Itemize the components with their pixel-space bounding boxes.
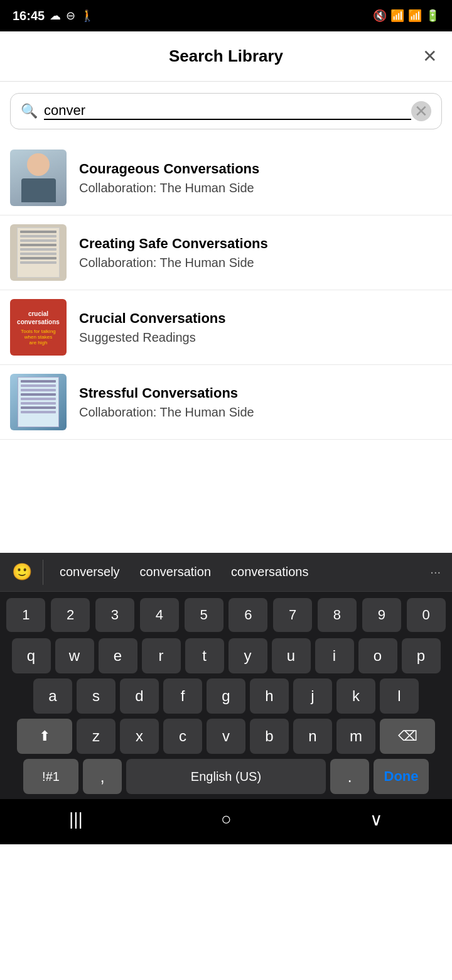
result-info-1: Courageous Conversations Collaboration: … (79, 161, 442, 195)
key-s[interactable]: s (77, 678, 116, 714)
result-info-2: Creating Safe Conversations Collaboratio… (79, 236, 442, 270)
key-g[interactable]: g (207, 678, 245, 714)
key-z[interactable]: z (77, 719, 116, 754)
key-c[interactable]: c (163, 719, 202, 754)
number-row: 1 2 3 4 5 6 7 8 9 0 (0, 592, 452, 636)
header: Search Library ✕ (0, 31, 452, 82)
key-4[interactable]: 4 (140, 598, 179, 632)
minus-circle-icon: ⊖ (66, 9, 75, 23)
search-container: 🔍 conver ✕ (0, 82, 452, 141)
key-i[interactable]: i (315, 638, 354, 673)
period-key[interactable]: . (330, 759, 369, 794)
status-left: 16:45 ☁ ⊖ 🚶 (13, 9, 94, 23)
key-t[interactable]: t (185, 638, 224, 673)
key-p[interactable]: p (402, 638, 441, 673)
key-j[interactable]: j (293, 678, 332, 714)
key-v[interactable]: v (207, 719, 245, 754)
result-thumb-2 (10, 224, 67, 281)
search-box[interactable]: 🔍 conver ✕ (10, 93, 442, 129)
key-b[interactable]: b (250, 719, 289, 754)
search-clear-button[interactable]: ✕ (411, 101, 431, 121)
key-5[interactable]: 5 (185, 598, 223, 632)
emoji-button[interactable]: 🙂 (6, 557, 38, 588)
result-item-2[interactable]: Creating Safe Conversations Collaboratio… (0, 215, 452, 290)
result-thumb-1 (10, 150, 67, 206)
letter-row-2: a s d f g h j k l (0, 676, 452, 716)
done-key[interactable]: Done (374, 759, 429, 794)
result-info-4: Stressful Conversations Collaboration: T… (79, 385, 442, 420)
status-time: 16:45 (13, 9, 45, 23)
result-title-3: Crucial Conversations (79, 310, 442, 327)
key-x[interactable]: x (120, 719, 159, 754)
key-6[interactable]: 6 (229, 598, 267, 632)
keyboard: 🙂 conversely conversation conversations … (0, 553, 452, 799)
battery-icon: 🔋 (426, 9, 439, 23)
key-k[interactable]: k (336, 678, 375, 714)
key-7[interactable]: 7 (273, 598, 312, 632)
back-nav-button[interactable]: ||| (54, 804, 98, 834)
search-input[interactable]: conver (44, 102, 411, 120)
nav-bar: ||| ○ ∨ (0, 799, 452, 844)
space-key[interactable]: English (US) (126, 759, 326, 794)
result-title-2: Creating Safe Conversations (79, 236, 442, 252)
key-9[interactable]: 9 (362, 598, 401, 632)
close-button[interactable]: ✕ (422, 48, 437, 65)
comma-key[interactable]: , (83, 759, 122, 794)
result-thumb-4 (10, 374, 67, 430)
key-u[interactable]: u (272, 638, 311, 673)
bottom-row: !#1 , English (US) . Done (0, 756, 452, 799)
key-0[interactable]: 0 (407, 598, 446, 632)
suggestion-conversely[interactable]: conversely (50, 560, 130, 584)
key-a[interactable]: a (33, 678, 72, 714)
key-3[interactable]: 3 (95, 598, 134, 632)
page-title: Search Library (169, 46, 283, 66)
key-q[interactable]: q (12, 638, 51, 673)
cloud-icon: ☁ (50, 9, 61, 23)
recents-nav-button[interactable]: ∨ (355, 804, 398, 835)
suggestion-conversations[interactable]: conversations (221, 560, 318, 584)
key-l[interactable]: l (380, 678, 419, 714)
key-y[interactable]: y (229, 638, 267, 673)
result-subtitle-3: Suggested Readings (79, 330, 442, 345)
wifi-icon: 📶 (390, 9, 404, 23)
key-m[interactable]: m (336, 719, 375, 754)
key-f[interactable]: f (163, 678, 202, 714)
special-row: ⬆ z x c v b n m ⌫ (0, 716, 452, 756)
result-info-3: Crucial Conversations Suggested Readings (79, 310, 442, 345)
suggestions-row: 🙂 conversely conversation conversations … (0, 553, 452, 592)
search-icon: 🔍 (21, 103, 38, 119)
status-right: 🔇 📶 📶 🔋 (373, 9, 439, 23)
key-o[interactable]: o (358, 638, 397, 673)
result-subtitle-2: Collaboration: The Human Side (79, 256, 442, 270)
result-title-1: Courageous Conversations (79, 161, 442, 177)
suggestions-more-button[interactable]: ··· (425, 560, 446, 584)
key-1[interactable]: 1 (6, 598, 45, 632)
results-list: Courageous Conversations Collaboration: … (0, 141, 452, 440)
key-w[interactable]: w (55, 638, 94, 673)
result-item-4[interactable]: Stressful Conversations Collaboration: T… (0, 365, 452, 440)
letter-row-1: q w e r t y u i o p (0, 636, 452, 676)
suggestions-divider (43, 560, 43, 585)
result-item-3[interactable]: crucialconversations Tools for talkingwh… (0, 290, 452, 365)
result-subtitle-4: Collaboration: The Human Side (79, 405, 442, 420)
status-bar: 16:45 ☁ ⊖ 🚶 🔇 📶 📶 🔋 (0, 0, 452, 31)
mute-icon: 🔇 (373, 9, 387, 23)
walk-icon: 🚶 (80, 9, 94, 23)
key-2[interactable]: 2 (51, 598, 90, 632)
result-thumb-3: crucialconversations Tools for talkingwh… (10, 299, 67, 356)
key-r[interactable]: r (142, 638, 181, 673)
key-8[interactable]: 8 (318, 598, 357, 632)
key-d[interactable]: d (120, 678, 159, 714)
result-subtitle-1: Collaboration: The Human Side (79, 181, 442, 195)
suggestion-conversation[interactable]: conversation (130, 560, 221, 584)
backspace-key[interactable]: ⌫ (380, 719, 435, 754)
result-item-1[interactable]: Courageous Conversations Collaboration: … (0, 141, 452, 215)
signal-icon: 📶 (408, 9, 422, 23)
result-title-4: Stressful Conversations (79, 385, 442, 401)
key-e[interactable]: e (99, 638, 137, 673)
key-h[interactable]: h (250, 678, 289, 714)
home-nav-button[interactable]: ○ (206, 804, 247, 834)
symbols-key[interactable]: !#1 (23, 759, 78, 794)
shift-key[interactable]: ⬆ (17, 719, 72, 754)
key-n[interactable]: n (293, 719, 332, 754)
